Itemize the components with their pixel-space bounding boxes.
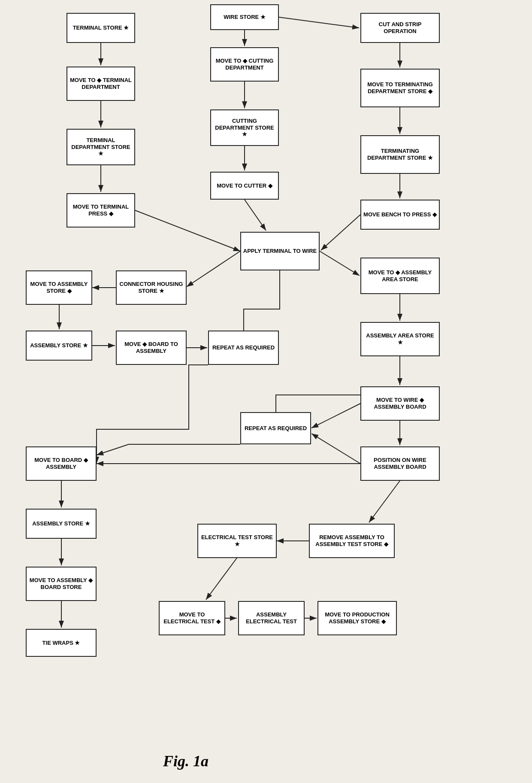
tie-wraps: TIE WRAPS ★ (26, 629, 97, 657)
connector-housing-store: CONNECTOR HOUSING STORE ★ (116, 270, 187, 305)
cutting-dept-store: CUTTING DEPARTMENT STORE ★ (210, 109, 279, 146)
assembly-electrical-test: ASSEMBLY ELECTRICAL TEST (238, 601, 305, 635)
move-to-terminating-dept-store: MOVE TO TERMINATING DEPARTMENT STORE ◆ (360, 69, 440, 107)
svg-line-25 (311, 434, 360, 464)
svg-line-16 (187, 251, 240, 287)
wire-store: WIRE STORE ★ (210, 4, 279, 30)
svg-line-14 (321, 215, 360, 250)
move-to-terminal-dept: MOVE TO ◆ TERMINAL DEPARTMENT (66, 67, 135, 101)
move-to-production-assembly-store: MOVE TO PRODUCTION ASSEMBLY STORE ◆ (317, 601, 397, 635)
svg-line-31 (206, 558, 237, 600)
svg-line-7 (279, 17, 359, 28)
move-to-cutter: MOVE TO CUTTER ◆ (210, 172, 279, 200)
move-to-assembly-board-store: MOVE TO ASSEMBLY ◆ BOARD STORE (26, 567, 97, 601)
terminal-store: TERMINAL STORE ★ (66, 13, 135, 43)
move-bench-to-press: MOVE BENCH TO PRESS ◆ (360, 200, 440, 230)
svg-line-23 (311, 404, 360, 428)
move-to-board-assembly: MOVE TO BOARD ◆ ASSEMBLY (26, 446, 97, 481)
move-to-assembly-area-store: MOVE TO ◆ ASSEMBLY AREA STORE (360, 258, 440, 294)
figure-label: Fig. 1a (163, 752, 209, 770)
move-board-to-assembly: MOVE ◆ BOARD TO ASSEMBLY (116, 331, 187, 365)
move-to-terminal-press: MOVE TO TERMINAL PRESS ◆ (66, 193, 135, 228)
terminal-dept-store: TERMINAL DEPARTMENT STORE ★ (66, 129, 135, 165)
repeat-as-required-1: REPEAT AS REQUIRED (208, 331, 279, 365)
move-to-assembly-store: MOVE TO ASSEMBLY STORE ◆ (26, 270, 92, 305)
svg-line-26 (369, 481, 400, 522)
apply-terminal-to-wire: APPLY TERMINAL TO WIRE (240, 232, 320, 270)
move-to-electrical-test: MOVE TO ELECTRICAL TEST ◆ (159, 601, 225, 635)
move-to-cutting-dept: MOVE TO ◆ CUTTING DEPARTMENT (210, 47, 279, 82)
position-on-wire-assembly-board: POSITION ON WIRE ASSEMBLY BOARD (360, 446, 440, 481)
terminating-dept-store-star: TERMINATING DEPARTMENT STORE ★ (360, 135, 440, 174)
svg-line-10 (245, 200, 266, 231)
cut-and-strip: CUT AND STRIP OPERATION (360, 13, 440, 43)
repeat-as-required-2: REPEAT AS REQUIRED (240, 412, 311, 444)
assembly-area-store: ASSEMBLY AREA STORE ★ (360, 322, 440, 356)
diagram-container: Fig. 1a TERMINAL STORE ★MOVE TO ◆ TERMIN… (0, 0, 532, 783)
svg-line-5 (135, 210, 240, 251)
remove-assembly-to-test-store: REMOVE ASSEMBLY TO ASSEMBLY TEST STORE ◆ (309, 524, 395, 558)
svg-line-15 (320, 251, 360, 276)
electrical-test-store: ELECTRICAL TEST STORE ★ (197, 524, 277, 558)
assembly-store-2: ASSEMBLY STORE ★ (26, 509, 97, 539)
assembly-store-star: ASSEMBLY STORE ★ (26, 331, 92, 361)
move-to-wire-assembly-board: MOVE TO WIRE ◆ ASSEMBLY BOARD (360, 386, 440, 421)
